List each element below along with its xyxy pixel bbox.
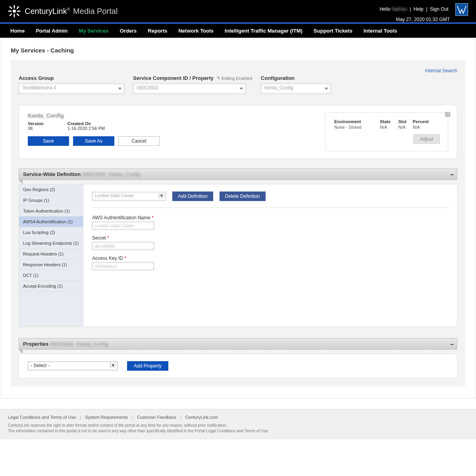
collapse-icon[interactable]: − xyxy=(450,171,454,178)
side-tab-request-headers-1-[interactable]: Request Headers (1) xyxy=(19,249,83,259)
brand-text: CenturyLink® xyxy=(25,7,70,16)
svg-line-5 xyxy=(10,7,12,8)
add-property-button[interactable]: Add Property xyxy=(127,361,168,371)
delete-definition-button[interactable]: Delete Definition xyxy=(220,192,266,201)
version-value: 38 xyxy=(28,126,44,131)
configuration-label: Configuration xyxy=(261,75,331,81)
access-group-select[interactable]: TechMahindra 4 xyxy=(19,83,124,94)
nav-item-network-tools[interactable]: Network Tools xyxy=(173,24,219,38)
product-name: Media Portal xyxy=(73,7,118,16)
version-label: Version xyxy=(28,121,44,126)
access-key-label: Access Key ID * xyxy=(92,255,448,261)
properties-section-header: Properties 000C0002 Kanta_Config − xyxy=(19,338,457,350)
env-header-percent: Percent xyxy=(412,119,439,124)
adjust-button[interactable]: Adjust xyxy=(413,134,440,144)
panel-settings-icon[interactable]: ▤ xyxy=(445,110,451,118)
service-component-select[interactable]: 000C0002 xyxy=(133,83,246,94)
auth-name-input[interactable] xyxy=(92,222,154,230)
nav-bar: HomePortal AdminMy ServicesOrdersReports… xyxy=(0,22,476,38)
nav-item-internal-tools[interactable]: Internal Tools xyxy=(358,24,403,38)
nav-item-my-services[interactable]: My Services xyxy=(73,24,114,38)
header-right: Hello Nathan | Help | Sign Out May 27, 2… xyxy=(380,3,468,22)
access-group-label: Access Group xyxy=(19,75,124,81)
footer-disclaimer-1: CenturyLink reserves the right to alter … xyxy=(8,423,468,428)
save-button[interactable]: Save xyxy=(28,136,69,146)
side-tab-lua-scripting-2-[interactable]: Lua Scripting (2) xyxy=(19,227,83,238)
env-value-percent: N/A xyxy=(412,125,439,130)
svg-line-7 xyxy=(17,7,19,8)
side-tab-log-streaming-endpoints-1-[interactable]: Log Streaming Endpoints (1) xyxy=(19,238,83,249)
nav-item-orders[interactable]: Orders xyxy=(114,24,143,38)
definition-select[interactable]: London Data Center xyxy=(92,192,166,201)
footer-link-system-requirements[interactable]: System Requirements xyxy=(85,415,128,420)
collapse-icon[interactable]: − xyxy=(450,341,454,348)
service-wide-section-header: Service-Wide Definition 000C0002 Kanta_C… xyxy=(19,168,457,180)
side-tab-ip-groups-1-[interactable]: IP Groups (1) xyxy=(19,195,83,206)
secret-input[interactable] xyxy=(92,242,154,250)
header-bar: CenturyLink® Media Portal Hello Nathan |… xyxy=(0,0,476,22)
help-link[interactable]: Help xyxy=(414,6,424,12)
add-definition-button[interactable]: Add Definition xyxy=(172,192,213,201)
side-tab-accept-encoding-1-[interactable]: Accept-Encoding (1) xyxy=(19,281,83,292)
signout-link[interactable]: Sign Out xyxy=(430,6,449,12)
svg-point-0 xyxy=(13,10,16,13)
svg-line-8 xyxy=(10,14,12,15)
vyvx-logo-icon xyxy=(455,3,468,16)
footer-disclaimer-2: The information contained in this portal… xyxy=(8,428,468,434)
env-header-state: State xyxy=(380,119,397,124)
configuration-select[interactable]: Kenta_Config xyxy=(261,83,331,94)
header-timestamp: May 27, 2020 01:32 GMT xyxy=(380,17,450,22)
footer-link-centurylink-com[interactable]: CenturyLink.com xyxy=(185,415,218,420)
footer: Legal Conditions and Terms of Use|System… xyxy=(0,409,476,439)
config-card: ▤ Kanta_Config Version 38 Created On 1-1… xyxy=(19,105,457,159)
centurylink-logo-icon xyxy=(8,5,21,17)
properties-select[interactable]: - Select - xyxy=(28,362,118,370)
nav-item-home[interactable]: Home xyxy=(5,24,30,38)
secret-label: Secret * xyxy=(92,235,448,241)
save-as-button[interactable]: Save As xyxy=(73,136,114,146)
pencil-icon: ✎ xyxy=(217,75,220,81)
auth-name-label: AWS Authentification Name * xyxy=(92,215,448,221)
service-component-label: Service Component ID / Property xyxy=(133,75,214,81)
footer-link-legal-conditions-and-terms-of-use[interactable]: Legal Conditions and Terms of Use xyxy=(8,415,76,420)
side-tab-token-authentication-1-[interactable]: Token Authentication (1) xyxy=(19,206,83,217)
nav-item-intelligent-traffic-manager-itm-[interactable]: Intelligent Traffic Manager (ITM) xyxy=(219,24,308,38)
created-on-label: Created On xyxy=(67,121,105,126)
environment-panel: Environment State Slot Percent None - St… xyxy=(325,112,448,151)
cancel-button[interactable]: Cancel xyxy=(118,136,160,146)
svg-line-6 xyxy=(17,14,19,15)
access-key-input[interactable] xyxy=(92,262,154,270)
side-tab-aws4-authentification-1-[interactable]: AWS4 Authentification (1) xyxy=(19,217,83,227)
side-tab-response-headers-1-[interactable]: Response Headers (1) xyxy=(19,259,83,270)
env-header-slot: Slot xyxy=(398,119,412,124)
nav-item-portal-admin[interactable]: Portal Admin xyxy=(30,24,73,38)
hello-text: Hello xyxy=(380,6,390,12)
internal-search-link[interactable]: Internal Search xyxy=(19,68,457,74)
side-tabs: Geo Regions (2)IP Groups (1)Token Authen… xyxy=(19,184,83,327)
env-value-environment: None - Stored xyxy=(334,125,379,130)
nav-item-reports[interactable]: Reports xyxy=(142,24,173,38)
page-title: My Services - Caching xyxy=(11,47,465,54)
editing-enabled-badge: ✎ Editing Enabled xyxy=(217,75,252,81)
env-value-slot: N/A xyxy=(398,125,412,130)
side-tab-geo-regions-2-[interactable]: Geo Regions (2) xyxy=(19,184,83,195)
side-tab-dct-1-[interactable]: DCT (1) xyxy=(19,270,83,281)
env-header-environment: Environment xyxy=(334,119,379,124)
main-box: Internal Search Access Group TechMahindr… xyxy=(11,60,465,386)
created-on-value: 1-16-2020 2:56 PM xyxy=(67,126,105,131)
nav-item-support-tickets[interactable]: Support Tickets xyxy=(308,24,358,38)
username: Nathan xyxy=(392,6,407,12)
env-value-state: N/A xyxy=(380,125,397,130)
footer-link-customer-feedback[interactable]: Customer Feedback xyxy=(137,415,176,420)
config-name: Kanta_Config xyxy=(28,112,160,119)
